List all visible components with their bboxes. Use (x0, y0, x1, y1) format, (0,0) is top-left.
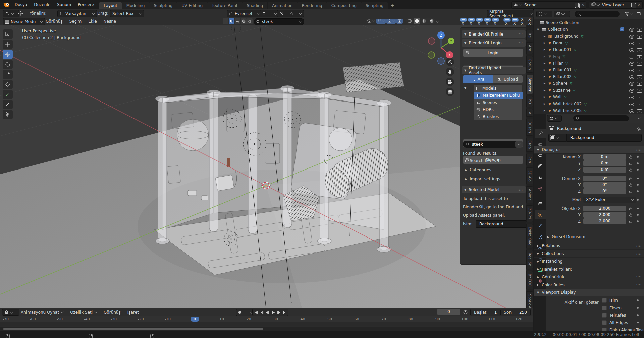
visibility-eye-icon[interactable] (629, 75, 634, 79)
workspace-tab-scripting[interactable]: Scripting (361, 2, 388, 9)
bk-section-import-settings[interactable]: ▶Import settings (465, 177, 500, 181)
visibility-eye-icon[interactable] (629, 109, 634, 113)
measure-tool[interactable] (3, 100, 13, 109)
pivot-dropdown[interactable]: Evrensel (227, 10, 262, 17)
camera-view-button[interactable] (446, 78, 454, 86)
header-x-toggle[interactable]: X (521, 17, 524, 22)
animate-dot[interactable] (637, 208, 639, 209)
timeline-scrollbar[interactable] (0, 327, 533, 331)
timeline-menu-animasyonu-oynat[interactable]: Animasyonu Oynat (17, 308, 67, 316)
outliner-item-suzanne[interactable]: ▶▼Suzanne▽ (534, 87, 644, 94)
asset-brushes-icon[interactable] (247, 18, 253, 24)
rotate-tool[interactable] (3, 60, 13, 69)
transform-mode-dropdown[interactable]: XYZ Euler (583, 197, 636, 203)
timeline-menu-i-aret[interactable]: İşaret (124, 308, 142, 316)
section-instancing[interactable]: ▶Instancing:::: (534, 258, 644, 265)
tool-tab[interactable] (535, 129, 546, 138)
object-type-dropdown[interactable] (548, 134, 567, 142)
visibility-eye-icon[interactable] (629, 35, 634, 39)
checkbox-eksen[interactable] (602, 306, 607, 310)
breadcrumb-object[interactable]: Background (557, 126, 581, 131)
menu-sunum[interactable]: Sunum (54, 0, 74, 9)
sidebar-tab-g-r-n[interactable]: Görün (526, 56, 533, 73)
timeline-editor-dropdown[interactable] (2, 309, 19, 316)
render-visibility-icon[interactable] (637, 103, 642, 106)
scene-selector[interactable]: Scene × (511, 1, 586, 9)
visibility-eye-icon[interactable] (629, 96, 634, 99)
sidebar-tab-3d-co[interactable]: 3D-Co (526, 167, 533, 184)
isim-field[interactable]: Background (476, 220, 527, 228)
outliner-item-wall-brick-005[interactable]: ▶▼Wall brick.005▽ (534, 107, 644, 114)
stopwatch-icon[interactable] (463, 309, 468, 314)
lock-icon[interactable] (629, 161, 632, 166)
annotate-tool[interactable] (3, 90, 13, 99)
outliner-collection[interactable]: ▼Collection✓ (534, 26, 644, 33)
viewport-menu-görünüş[interactable]: Görünüş (42, 17, 66, 25)
section-g-r-n-rl-k[interactable]: ▶Görünürlük:::: (534, 273, 644, 281)
timeline-menu-g-r-n-[interactable]: Görünüş (100, 308, 124, 316)
remove-view-layer-icon[interactable]: × (637, 2, 641, 7)
animate-dot[interactable] (637, 162, 639, 164)
transform-value-field[interactable]: 0 m (583, 167, 626, 173)
animate-dot[interactable] (637, 299, 639, 301)
tool-options-dropdown[interactable] (3, 10, 19, 17)
workspace-tab-uv-editing[interactable]: UV Editing (177, 2, 207, 9)
properties-options-chevron[interactable] (638, 116, 641, 120)
animate-dot[interactable] (637, 190, 639, 192)
properties-search-field[interactable] (573, 115, 629, 121)
workspace-tab-layout[interactable]: Layout (99, 2, 122, 9)
viewport-search-field[interactable]: steek (254, 18, 304, 25)
checkbox-i-sim[interactable] (602, 298, 607, 303)
sidebar-tab-i-te[interactable]: İte (526, 30, 533, 40)
transform-panel-header[interactable]: ▼Dönüştür :::: (534, 146, 644, 154)
select-box-tool[interactable] (3, 29, 13, 39)
shading-material-icon[interactable] (421, 18, 428, 24)
section-color-rules[interactable]: ▶Color Rules:::: (534, 281, 644, 289)
workspace-tab-compositing[interactable]: Compositing (327, 2, 361, 9)
animate-dot[interactable] (637, 329, 639, 331)
outliner-filter-dropdown[interactable] (554, 11, 570, 17)
animate-dot[interactable] (637, 169, 639, 171)
section-hareket-yollar-[interactable]: ▶Hareket Yolları::::: (534, 266, 644, 273)
find-upload-header[interactable]: ▼Find and Upload Assets :::: (462, 67, 526, 74)
properties-editor-dropdown[interactable] (547, 115, 562, 122)
render-visibility-icon[interactable] (637, 28, 642, 32)
transform-value-field[interactable]: 0 m (583, 160, 626, 166)
outliner-item-door[interactable]: ▶▼Door▽ (534, 40, 644, 46)
show-hide-dropdown[interactable] (366, 19, 376, 23)
outliner-item-door-001[interactable]: ▶▼Door.001▽ (534, 46, 644, 53)
workspace-tab-animation[interactable]: Animation (268, 2, 297, 9)
asset-type-hdrs[interactable]: HDRs (474, 106, 523, 113)
collection-checkbox[interactable]: ✓ (620, 27, 624, 31)
search-tab[interactable]: Ara (463, 75, 493, 83)
new-collection-button[interactable] (637, 11, 641, 17)
prev-keyframe-button[interactable] (259, 310, 264, 315)
viewport-display-header[interactable]: ▼Viewport Display :::: (534, 289, 644, 296)
snap-dropdown[interactable] (260, 10, 279, 17)
viewport-menu-nesne[interactable]: Nesne (100, 17, 120, 25)
transform-value-field[interactable]: 0° (583, 182, 626, 188)
outliner-item-wall-brick-002[interactable]: ▶▼Wall brick.002▽ (534, 100, 644, 107)
scale-tool[interactable] (3, 70, 13, 79)
shading-rendered-icon[interactable] (428, 18, 435, 24)
outliner-item-fog[interactable]: ▶▼Fog▽ (534, 53, 644, 60)
visibility-eye-icon[interactable] (629, 48, 634, 52)
clip-options-dropdown[interactable]: Kırpma Seçenekleri (487, 10, 535, 17)
lock-icon[interactable] (629, 183, 632, 188)
outliner-scene-collection[interactable]: Scene Collection (534, 19, 644, 26)
transform-value-field[interactable]: 2.000 (583, 206, 626, 211)
menu-düzenle[interactable]: Düzenle (31, 0, 54, 9)
visibility-eye-icon[interactable] (629, 82, 634, 86)
outliner-item-sphere[interactable]: ▶▼Sphere▽ (534, 80, 644, 87)
transform-value-field[interactable]: 2.000 (583, 212, 626, 218)
render-visibility-icon[interactable] (637, 69, 642, 72)
login-button[interactable]: Login (463, 49, 523, 57)
zoom-view-button[interactable] (446, 58, 454, 66)
header-x-toggle[interactable]: X (528, 17, 531, 22)
sidebar-tab-spark-ar-too[interactable]: Spark AR Too (526, 291, 533, 308)
visibility-eye-icon[interactable] (629, 89, 634, 93)
copy-scene-icon[interactable] (575, 3, 579, 7)
render-visibility-icon[interactable] (637, 89, 642, 93)
visibility-eye-icon[interactable] (629, 62, 634, 66)
next-keyframe-button[interactable] (276, 310, 281, 315)
